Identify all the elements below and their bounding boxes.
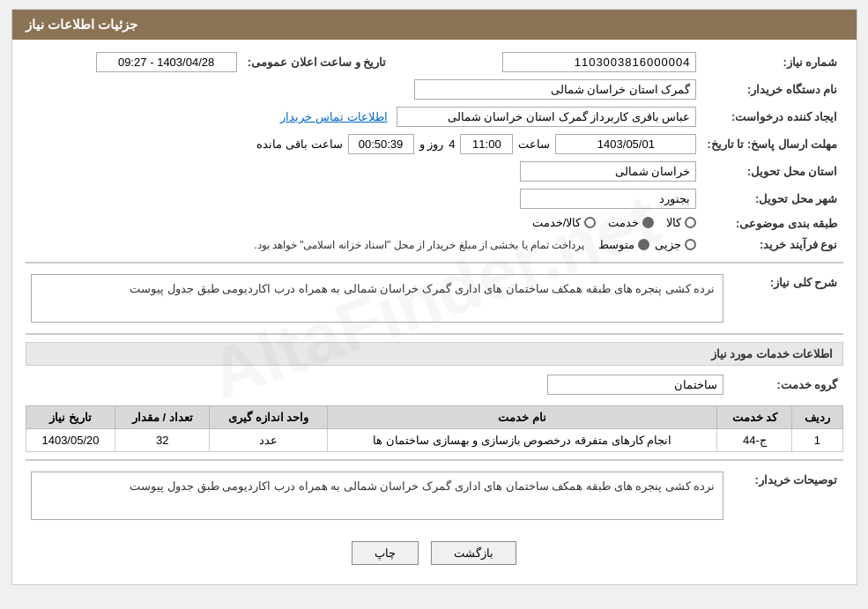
category-radio-group: کالا خدمت کالا/خدمت: [532, 216, 697, 229]
need-number-row: شماره نیاز: 1103003816000004 تاریخ و ساع…: [26, 48, 843, 76]
cell-date: 1403/05/20: [26, 429, 115, 452]
description-label: شرح کلی نیاز:: [729, 271, 843, 326]
remaining-label: ساعت باقی مانده: [256, 137, 342, 151]
process-jozei-label: جزیی: [655, 238, 681, 251]
process-type-label: نوع فرآیند خرید:: [701, 234, 842, 255]
buyer-notes-value: نرده کشی پنجره های طبقه همکف ساختمان های…: [26, 468, 729, 524]
process-motavasset-item[interactable]: متوسط: [598, 238, 649, 251]
category-kala-khadamat-item[interactable]: کالا/خدمت: [532, 216, 597, 229]
need-number-value: 1103003816000004: [409, 48, 701, 76]
remaining-box: 00:50:39: [348, 134, 414, 154]
divider-2: [26, 333, 843, 335]
reply-time-label: ساعت: [518, 137, 550, 151]
category-kala-khadamat-label: کالا/خدمت: [532, 216, 582, 229]
province-box: خراسان شمالی: [520, 161, 696, 182]
category-row: طبقه بندی موضوعی: کالا خدمت: [26, 212, 843, 234]
services-header-row: ردیف کد خدمت نام خدمت واحد اندازه گیری ت…: [26, 406, 842, 429]
category-khadamat-item[interactable]: خدمت: [608, 216, 654, 229]
category-kala-radio[interactable]: [685, 217, 696, 228]
col-service-name: نام خدمت: [328, 406, 717, 429]
reply-time-box: 11:00: [460, 134, 513, 154]
creator-label: ایجاد کننده درخواست:: [701, 103, 842, 130]
category-kala-item[interactable]: کالا: [666, 216, 696, 229]
buyer-notes-table: توصیحات خریدار: نرده کشی پنجره های طبقه …: [26, 468, 843, 524]
category-khadamat-radio[interactable]: [642, 217, 654, 228]
need-number-label: شماره نیاز:: [701, 48, 842, 76]
reply-deadline-row: مهلت ارسال پاسخ: تا تاریخ: 1403/05/01 سا…: [26, 130, 843, 158]
col-quantity: تعداد / مقدار: [115, 406, 210, 429]
requester-row: نام دستگاه خریدار: گمرک استان خراسان شما…: [26, 76, 843, 103]
process-motavasset-radio[interactable]: [638, 239, 649, 250]
group-service-table: گروه خدمت: ساختمان: [26, 371, 843, 398]
process-type-value: جزیی متوسط پرداخت تمام یا بخشی از مبلغ خ…: [26, 234, 702, 255]
description-value: نرده کشی پنجره های طبقه همکف ساختمان های…: [26, 271, 729, 326]
print-button[interactable]: چاپ: [352, 541, 419, 565]
cell-unit: عدد: [210, 429, 328, 452]
divider-3: [26, 459, 843, 461]
col-row-num: ردیف: [792, 406, 842, 429]
cell-service-code: ج-44: [717, 429, 792, 452]
group-service-box: ساختمان: [547, 375, 723, 395]
category-kala-label: کالا: [666, 216, 681, 229]
divider-1: [26, 262, 843, 264]
col-service-code: کد خدمت: [717, 406, 792, 429]
province-value: خراسان شمالی: [26, 158, 702, 185]
description-box: نرده کشی پنجره های طبقه همکف ساختمان های…: [31, 274, 723, 323]
process-type-row: نوع فرآیند خرید: جزیی متوسط پرداخت تمام …: [26, 234, 843, 255]
page-title: جزئیات اطلاعات نیاز: [26, 17, 137, 32]
buyer-notes-label: توصیحات خریدار:: [729, 468, 843, 524]
table-row: 1 ج-44 انجام کارهای متفرقه درخصوص بازساز…: [26, 429, 842, 452]
announce-date-box: 1403/04/28 - 09:27: [96, 52, 237, 72]
process-jozei-radio[interactable]: [685, 239, 696, 250]
city-value: بجنورد: [26, 185, 702, 212]
requester-value: گمرک استان خراسان شمالی: [26, 76, 702, 103]
button-bar: بازگشت چاپ: [26, 531, 843, 576]
category-options: کالا خدمت کالا/خدمت: [26, 212, 702, 234]
description-table: شرح کلی نیاز: نرده کشی پنجره های طبقه هم…: [26, 271, 843, 326]
category-khadamat-label: خدمت: [608, 216, 639, 229]
main-content: شماره نیاز: 1103003816000004 تاریخ و ساع…: [12, 40, 857, 584]
creator-row: ایجاد کننده درخواست: عباس باقری کاربرداز…: [26, 103, 843, 130]
process-jozei-item[interactable]: جزیی: [655, 238, 696, 251]
page-container: AltaFinder.net جزئیات اطلاعات نیاز شماره…: [11, 9, 857, 585]
city-row: شهر محل تحویل: بجنورد: [26, 185, 843, 212]
back-button[interactable]: بازگشت: [431, 541, 516, 565]
reply-days-value: 4: [449, 137, 455, 151]
category-kala-khadamat-radio[interactable]: [584, 217, 596, 228]
buyer-notes-box: نرده کشی پنجره های طبقه همکف ساختمان های…: [31, 472, 723, 520]
page-header: جزئیات اطلاعات نیاز: [12, 10, 857, 40]
province-label: استان محل تحویل:: [701, 158, 842, 185]
creator-box: عباس باقری کاربرداز گمرک استان خراسان شم…: [397, 107, 696, 127]
services-data-table: ردیف کد خدمت نام خدمت واحد اندازه گیری ت…: [26, 405, 843, 452]
cell-quantity: 32: [115, 429, 210, 452]
reply-deadline-value: 1403/05/01 ساعت 11:00 4 روز و 00:50:39 س…: [26, 130, 702, 158]
group-service-label: گروه خدمت:: [729, 371, 843, 398]
group-service-value: ساختمان: [26, 371, 729, 398]
province-row: استان محل تحویل: خراسان شمالی: [26, 158, 843, 185]
need-number-box: 1103003816000004: [502, 52, 696, 72]
cell-row-num: 1: [792, 429, 842, 452]
info-table: شماره نیاز: 1103003816000004 تاریخ و ساع…: [26, 48, 843, 255]
process-type-container: جزیی متوسط پرداخت تمام یا بخشی از مبلغ خ…: [31, 238, 697, 251]
col-unit: واحد اندازه گیری: [210, 406, 328, 429]
city-box: بجنورد: [520, 189, 696, 209]
process-notice: پرداخت تمام یا بخشی از مبلغ خریدار از مح…: [254, 239, 584, 251]
category-label: طبقه بندی موضوعی:: [701, 212, 842, 234]
creator-value: عباس باقری کاربرداز گمرک استان خراسان شم…: [26, 103, 702, 130]
requester-label: نام دستگاه خریدار:: [701, 76, 842, 103]
process-motavasset-label: متوسط: [598, 238, 634, 251]
services-section-title: اطلاعات خدمات مورد نیاز: [26, 342, 843, 366]
reply-days-label: روز و: [419, 137, 444, 151]
description-row: شرح کلی نیاز: نرده کشی پنجره های طبقه هم…: [26, 271, 843, 326]
reply-deadline-label: مهلت ارسال پاسخ: تا تاریخ:: [701, 130, 842, 158]
buyer-notes-row: توصیحات خریدار: نرده کشی پنجره های طبقه …: [26, 468, 843, 524]
reply-date-box: 1403/05/01: [555, 134, 696, 154]
requester-box: گمرک استان خراسان شمالی: [414, 79, 696, 100]
col-date: تاریخ نیاز: [26, 406, 115, 429]
creator-contact-link[interactable]: اطلاعات تماس خریدار: [280, 110, 387, 123]
announce-date-label: تاریخ و ساعت اعلان عمومی:: [242, 48, 392, 76]
city-label: شهر محل تحویل:: [701, 185, 842, 212]
announce-date-value: 1403/04/28 - 09:27: [26, 48, 242, 76]
group-service-row: گروه خدمت: ساختمان: [26, 371, 843, 398]
cell-service-name: انجام کارهای متفرقه درخصوص بازسازی و بهس…: [328, 429, 717, 452]
